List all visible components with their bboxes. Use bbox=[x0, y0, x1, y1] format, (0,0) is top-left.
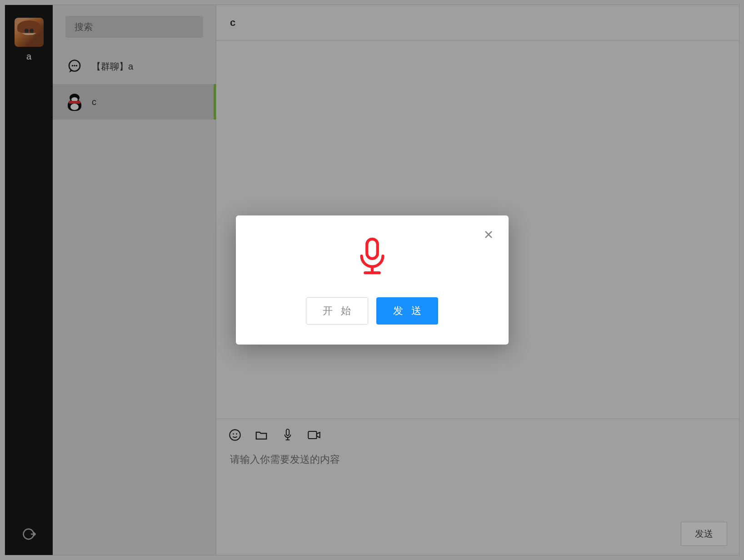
modal-overlay[interactable]: 开 始 发 送 bbox=[0, 0, 744, 560]
close-icon bbox=[483, 229, 494, 240]
svg-rect-14 bbox=[367, 239, 377, 259]
send-record-button[interactable]: 发 送 bbox=[376, 297, 438, 325]
voice-record-modal: 开 始 发 送 bbox=[236, 215, 509, 345]
mic-large-icon bbox=[353, 237, 392, 276]
modal-close-button[interactable] bbox=[482, 228, 495, 241]
start-record-button[interactable]: 开 始 bbox=[306, 297, 368, 325]
modal-button-row: 开 始 发 送 bbox=[306, 297, 438, 325]
